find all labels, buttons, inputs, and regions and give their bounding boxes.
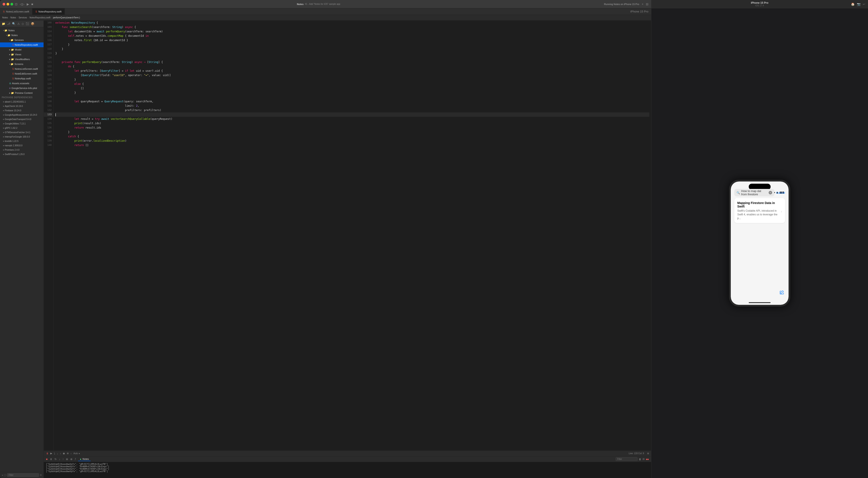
run-icon[interactable]: ▶: [27, 2, 29, 6]
debug-step5-icon[interactable]: ⊗: [70, 458, 72, 461]
debug-tab-notes[interactable]: ● Notes: [78, 457, 91, 461]
tree-item-notes-repository[interactable]: S NotesRepository.swift: [0, 42, 43, 47]
pkg-promises[interactable]: ▶ Promises 2.4.0: [0, 147, 43, 152]
pkg-googleappmeasurement[interactable]: ▶ GoogleAppMeasurement 10.24.0: [0, 113, 43, 117]
pkg-googledatatransport[interactable]: ▶ GoogleDataTransport 9.4.0: [0, 117, 43, 122]
filter-options-icon[interactable]: ⚙: [40, 474, 42, 476]
add-editor-icon[interactable]: ＋: [641, 2, 644, 6]
search-clear-2[interactable]: ✕: [769, 191, 772, 194]
debug-step2-icon[interactable]: ↓: [59, 458, 60, 461]
warning-icon[interactable]: ⚠: [17, 22, 20, 25]
search-result-card[interactable]: Mapping Firestore Data in Swift Swift's …: [734, 198, 785, 223]
tree-item-assets[interactable]: ⊞ Assets.xcassets: [0, 81, 43, 86]
expand-arrow: ▾: [3, 30, 4, 32]
pkg-firebase[interactable]: ▶ Firebase 10.24.0: [0, 108, 43, 113]
step-out-icon[interactable]: ↑: [60, 452, 61, 455]
navigator-icon[interactable]: ◁▷: [20, 2, 25, 6]
source-control-icon[interactable]: ⎇: [7, 22, 10, 25]
debug-clear-icon[interactable]: 🗑: [639, 458, 641, 460]
sidebar-filter-bar: + ⚙: [0, 472, 43, 478]
step-into-icon[interactable]: ↓: [57, 452, 58, 455]
tree-item-screens[interactable]: ▾ 📁 Screens: [0, 62, 43, 66]
breadcrumb-services[interactable]: Services: [19, 16, 27, 19]
breadcrumb-method[interactable]: performQuery(searchTerm:): [53, 16, 80, 19]
pkg-leveldb[interactable]: ▶ leveldb 1.22.5: [0, 139, 43, 143]
find-icon[interactable]: 🔍: [12, 22, 16, 25]
debug-filter-input[interactable]: [616, 457, 638, 461]
package-dependencies-header: Package Dependencies: [0, 95, 43, 100]
tree-item-model[interactable]: ▶ 📁 Model: [0, 47, 43, 52]
folder-icon: 📁: [10, 63, 13, 66]
layout-icon[interactable]: ⊟: [646, 2, 649, 6]
editor-layout-icon[interactable]: ⊞: [647, 452, 649, 454]
pkg-swiftprotobuf[interactable]: ▶ SwiftProtobuf 1.26.0: [0, 152, 43, 156]
search-bar-2[interactable]: 🔍 How to map dat from firestore ✕: [734, 189, 775, 196]
tree-item-viewmodifiers[interactable]: ▶ 📁 ViewModifiers: [0, 57, 43, 62]
step-over-icon[interactable]: ⤵: [54, 452, 55, 455]
tab-notes-repository[interactable]: S NotesRepository.swift: [32, 8, 65, 15]
code-line-119: }: [55, 51, 649, 56]
tree-item-services[interactable]: ▾ 📁 Services: [0, 38, 43, 42]
add-filter-icon[interactable]: +: [2, 474, 3, 476]
filter-breakpoints-icon[interactable]: ⊕: [67, 452, 69, 455]
breakpoints-icon[interactable]: ◉: [63, 452, 65, 455]
debug-pause-icon[interactable]: ⏸: [46, 452, 49, 455]
sim-screenshot-icon[interactable]: 📷: [857, 2, 861, 6]
stop-icon[interactable]: ■: [31, 2, 33, 6]
sidebar-toggle-icon[interactable]: ⊡: [15, 2, 18, 6]
package-icon[interactable]: 📦: [31, 22, 34, 25]
breadcrumb-notes-2[interactable]: Notes: [10, 16, 16, 19]
debug-pause-btn[interactable]: ⏸: [50, 458, 52, 461]
pkg-appcheck[interactable]: ▶ AppCheck 10.19.0: [0, 104, 43, 108]
debug-step3-icon[interactable]: ↑: [62, 458, 64, 461]
breadcrumb-notes-1[interactable]: Notes: [2, 16, 8, 19]
share-icon[interactable]: ↑: [70, 452, 72, 455]
title-bar: ⊡ ◁▷ ▶ ■ Notes #1 - Add "Notes for iOS" …: [0, 0, 651, 8]
tree-item-notes-app[interactable]: S NotesApp.swift: [0, 76, 43, 81]
tree-item-note-edit[interactable]: S NoteEditScreen.swift: [0, 71, 43, 76]
cancel-button[interactable]: Cancel: [776, 191, 785, 194]
debug-line-2: ["GybbVqm9jHoaodmwVpYv", "RnN8MnX7A98Fu1…: [46, 465, 649, 468]
result-chevron-icon: ›: [781, 209, 782, 214]
code-editor[interactable]: 108 109 114 115 116 117 118 119 120 121 …: [44, 21, 651, 478]
tab-bar: S NotesListScreen.swift S NotesRepositor…: [0, 8, 651, 15]
compose-button[interactable]: [779, 290, 784, 296]
tree-item-notes[interactable]: ▾ 📁 Notes: [0, 33, 43, 38]
continue-icon[interactable]: ▶: [50, 452, 52, 455]
code-line-138: catch {: [55, 134, 649, 139]
debug-step1-icon[interactable]: ↻: [55, 458, 57, 461]
tab-notes-list-screen[interactable]: S NotesListScreen.swift: [0, 8, 32, 15]
sim-maximize[interactable]: [10, 3, 13, 5]
code-lines[interactable]: extension NotesRepository { func semanti…: [54, 21, 651, 450]
tree-item-notes-list[interactable]: S NotesListScreen.swift: [0, 66, 43, 71]
breadcrumb-file[interactable]: NotesRepository.swift: [30, 16, 51, 19]
debug-step4-icon[interactable]: ⊕: [66, 458, 68, 461]
folder-icon[interactable]: 📁: [2, 22, 5, 25]
pkg-interopforgoogle[interactable]: ▶ InteropForGoogle 100.0.0: [0, 134, 43, 139]
pkg-gtmsessionfetcher[interactable]: ▶ GTMSessionFetcher 3.4.1: [0, 130, 43, 134]
debug-step6-icon[interactable]: ⤴: [74, 458, 76, 461]
code-area[interactable]: 108 109 114 115 116 117 118 119 120 121 …: [44, 21, 651, 450]
pkg-grpc[interactable]: ▶ gRPC 1.62.2: [0, 126, 43, 130]
sidebar-filter-input[interactable]: [7, 473, 39, 477]
sim-home-icon[interactable]: 🏠: [851, 2, 855, 6]
pkg-abseil[interactable]: ▶ abseil 1.202401601.1: [0, 100, 43, 104]
line-num-118: 118: [44, 47, 53, 51]
tree-item-preview-content[interactable]: ▶ 📁 Preview Content: [0, 91, 43, 95]
test-icon[interactable]: ◇: [22, 22, 24, 25]
debug-stop-icon[interactable]: ■: [46, 458, 48, 461]
tree-item-google-plist[interactable]: ≡ GoogleService-Info.plist: [0, 86, 43, 91]
xcode-window: ⊡ ◁▷ ▶ ■ Notes #1 - Add "Notes for iOS" …: [0, 0, 651, 478]
pkg-googleutilities[interactable]: ▶ GoogleUtilities 7.13.1: [0, 122, 43, 126]
tree-item-views[interactable]: ▶ 📁 Views: [0, 52, 43, 57]
code-line-130: let queryRequest = QueryRequest(query: s…: [55, 99, 649, 104]
debug-nav-icon[interactable]: ⬛: [26, 22, 29, 25]
sim-rotate-icon[interactable]: ↩: [863, 2, 865, 6]
pkg-nanopb[interactable]: ▶ nanopb 2.30910.0: [0, 143, 43, 147]
debug-split-icon[interactable]: ⊟: [643, 458, 645, 460]
tree-item-notes-project[interactable]: ▾ 📁 Notes: [0, 28, 43, 33]
device-selector[interactable]: iPhone 15 Pro: [630, 10, 648, 13]
sim-minimize[interactable]: [6, 3, 9, 5]
sim-close[interactable]: [3, 3, 5, 5]
folder-icon: 📁: [11, 58, 14, 61]
